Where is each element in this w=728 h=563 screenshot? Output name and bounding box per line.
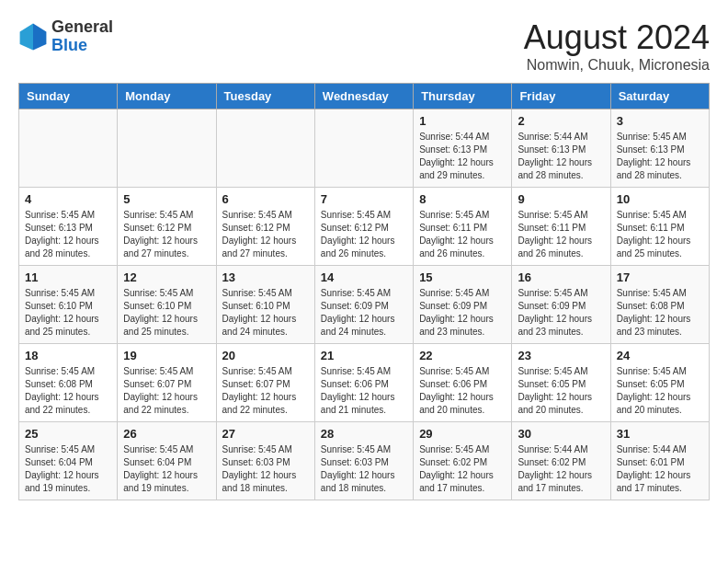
day-cell-30: 30Sunrise: 5:44 AM Sunset: 6:02 PM Dayli…: [512, 422, 610, 500]
empty-cell: [314, 109, 413, 188]
column-header-tuesday: Tuesday: [216, 84, 314, 109]
day-number: 12: [123, 270, 210, 284]
day-cell-22: 22Sunrise: 5:45 AM Sunset: 6:06 PM Dayli…: [414, 344, 512, 422]
day-info: Sunrise: 5:45 AM Sunset: 6:04 PM Dayligh…: [123, 443, 210, 495]
day-number: 23: [518, 349, 604, 362]
day-number: 13: [222, 270, 309, 284]
day-info: Sunrise: 5:45 AM Sunset: 6:02 PM Dayligh…: [419, 443, 506, 495]
day-number: 15: [419, 270, 506, 284]
day-info: Sunrise: 5:44 AM Sunset: 6:01 PM Dayligh…: [617, 443, 703, 495]
header-row: SundayMondayTuesdayWednesdayThursdayFrid…: [19, 84, 710, 109]
day-cell-29: 29Sunrise: 5:45 AM Sunset: 6:02 PM Dayli…: [414, 422, 512, 500]
day-number: 19: [123, 349, 210, 362]
day-info: Sunrise: 5:44 AM Sunset: 6:02 PM Dayligh…: [518, 443, 604, 495]
day-number: 17: [617, 270, 703, 284]
day-cell-20: 20Sunrise: 5:45 AM Sunset: 6:07 PM Dayli…: [216, 344, 314, 422]
empty-cell: [19, 109, 118, 188]
column-header-sunday: Sunday: [19, 84, 118, 109]
day-cell-5: 5Sunrise: 5:45 AM Sunset: 6:12 PM Daylig…: [118, 188, 216, 266]
day-cell-9: 9Sunrise: 5:45 AM Sunset: 6:11 PM Daylig…: [512, 188, 610, 266]
month-year: August 2024: [524, 18, 710, 57]
svg-marker-2: [20, 23, 33, 50]
day-cell-21: 21Sunrise: 5:45 AM Sunset: 6:06 PM Dayli…: [314, 344, 413, 422]
day-cell-19: 19Sunrise: 5:45 AM Sunset: 6:07 PM Dayli…: [118, 344, 216, 422]
day-number: 2: [518, 114, 604, 128]
day-info: Sunrise: 5:45 AM Sunset: 6:07 PM Dayligh…: [222, 365, 309, 417]
day-number: 31: [617, 427, 703, 441]
logo-icon: [18, 22, 48, 52]
day-cell-6: 6Sunrise: 5:45 AM Sunset: 6:12 PM Daylig…: [216, 188, 314, 266]
day-number: 26: [123, 427, 210, 441]
day-info: Sunrise: 5:45 AM Sunset: 6:08 PM Dayligh…: [25, 365, 111, 417]
day-cell-18: 18Sunrise: 5:45 AM Sunset: 6:08 PM Dayli…: [19, 344, 118, 422]
day-number: 5: [123, 192, 210, 206]
day-number: 28: [321, 427, 407, 441]
day-cell-14: 14Sunrise: 5:45 AM Sunset: 6:09 PM Dayli…: [314, 266, 413, 344]
day-info: Sunrise: 5:45 AM Sunset: 6:06 PM Dayligh…: [419, 365, 506, 417]
day-info: Sunrise: 5:44 AM Sunset: 6:13 PM Dayligh…: [419, 131, 506, 182]
day-number: 1: [419, 114, 506, 128]
week-row-2: 4Sunrise: 5:45 AM Sunset: 6:13 PM Daylig…: [19, 188, 710, 266]
day-cell-31: 31Sunrise: 5:44 AM Sunset: 6:01 PM Dayli…: [610, 422, 709, 500]
day-info: Sunrise: 5:44 AM Sunset: 6:13 PM Dayligh…: [518, 131, 604, 182]
day-number: 9: [518, 192, 604, 206]
day-cell-16: 16Sunrise: 5:45 AM Sunset: 6:09 PM Dayli…: [512, 266, 610, 344]
day-info: Sunrise: 5:45 AM Sunset: 6:09 PM Dayligh…: [518, 287, 604, 339]
day-cell-4: 4Sunrise: 5:45 AM Sunset: 6:13 PM Daylig…: [19, 188, 118, 266]
day-cell-27: 27Sunrise: 5:45 AM Sunset: 6:03 PM Dayli…: [216, 422, 314, 500]
day-number: 20: [222, 349, 309, 362]
day-number: 8: [419, 192, 506, 206]
day-info: Sunrise: 5:45 AM Sunset: 6:12 PM Dayligh…: [123, 209, 210, 260]
calendar-table: SundayMondayTuesdayWednesdayThursdayFrid…: [18, 83, 710, 500]
day-number: 24: [617, 349, 703, 362]
day-info: Sunrise: 5:45 AM Sunset: 6:11 PM Dayligh…: [617, 209, 703, 260]
day-info: Sunrise: 5:45 AM Sunset: 6:04 PM Dayligh…: [25, 443, 111, 495]
day-number: 11: [25, 270, 111, 284]
empty-cell: [216, 109, 314, 188]
column-header-saturday: Saturday: [610, 84, 709, 109]
day-number: 27: [222, 427, 309, 441]
day-cell-2: 2Sunrise: 5:44 AM Sunset: 6:13 PM Daylig…: [512, 109, 610, 188]
week-row-5: 25Sunrise: 5:45 AM Sunset: 6:04 PM Dayli…: [19, 422, 710, 500]
week-row-3: 11Sunrise: 5:45 AM Sunset: 6:10 PM Dayli…: [19, 266, 710, 344]
day-info: Sunrise: 5:45 AM Sunset: 6:10 PM Dayligh…: [222, 287, 309, 339]
day-cell-13: 13Sunrise: 5:45 AM Sunset: 6:10 PM Dayli…: [216, 266, 314, 344]
day-info: Sunrise: 5:45 AM Sunset: 6:03 PM Dayligh…: [222, 443, 309, 495]
day-info: Sunrise: 5:45 AM Sunset: 6:11 PM Dayligh…: [419, 209, 506, 260]
day-info: Sunrise: 5:45 AM Sunset: 6:08 PM Dayligh…: [617, 287, 703, 339]
day-info: Sunrise: 5:45 AM Sunset: 6:07 PM Dayligh…: [123, 365, 210, 417]
column-header-monday: Monday: [118, 84, 216, 109]
day-number: 25: [25, 427, 111, 441]
day-number: 7: [321, 192, 407, 206]
day-number: 30: [518, 427, 604, 441]
day-number: 18: [25, 349, 111, 362]
day-number: 16: [518, 270, 604, 284]
logo-text: General Blue: [51, 18, 113, 55]
day-number: 10: [617, 192, 703, 206]
day-info: Sunrise: 5:45 AM Sunset: 6:05 PM Dayligh…: [617, 365, 703, 417]
day-cell-25: 25Sunrise: 5:45 AM Sunset: 6:04 PM Dayli…: [19, 422, 118, 500]
day-cell-24: 24Sunrise: 5:45 AM Sunset: 6:05 PM Dayli…: [610, 344, 709, 422]
day-cell-1: 1Sunrise: 5:44 AM Sunset: 6:13 PM Daylig…: [414, 109, 512, 188]
day-cell-26: 26Sunrise: 5:45 AM Sunset: 6:04 PM Dayli…: [118, 422, 216, 500]
day-cell-23: 23Sunrise: 5:45 AM Sunset: 6:05 PM Dayli…: [512, 344, 610, 422]
day-info: Sunrise: 5:45 AM Sunset: 6:10 PM Dayligh…: [123, 287, 210, 339]
day-number: 22: [419, 349, 506, 362]
day-cell-10: 10Sunrise: 5:45 AM Sunset: 6:11 PM Dayli…: [610, 188, 709, 266]
day-info: Sunrise: 5:45 AM Sunset: 6:09 PM Dayligh…: [419, 287, 506, 339]
day-number: 6: [222, 192, 309, 206]
day-number: 3: [617, 114, 703, 128]
column-header-friday: Friday: [512, 84, 610, 109]
day-info: Sunrise: 5:45 AM Sunset: 6:12 PM Dayligh…: [321, 209, 407, 260]
day-info: Sunrise: 5:45 AM Sunset: 6:03 PM Dayligh…: [321, 443, 407, 495]
day-info: Sunrise: 5:45 AM Sunset: 6:09 PM Dayligh…: [321, 287, 407, 339]
day-cell-8: 8Sunrise: 5:45 AM Sunset: 6:11 PM Daylig…: [414, 188, 512, 266]
day-info: Sunrise: 5:45 AM Sunset: 6:05 PM Dayligh…: [518, 365, 604, 417]
svg-marker-1: [33, 23, 46, 50]
day-cell-7: 7Sunrise: 5:45 AM Sunset: 6:12 PM Daylig…: [314, 188, 413, 266]
day-info: Sunrise: 5:45 AM Sunset: 6:06 PM Dayligh…: [321, 365, 407, 417]
day-cell-17: 17Sunrise: 5:45 AM Sunset: 6:08 PM Dayli…: [610, 266, 709, 344]
day-info: Sunrise: 5:45 AM Sunset: 6:13 PM Dayligh…: [25, 209, 111, 260]
empty-cell: [118, 109, 216, 188]
page-header: General Blue August 2024 Nomwin, Chuuk, …: [18, 18, 710, 74]
